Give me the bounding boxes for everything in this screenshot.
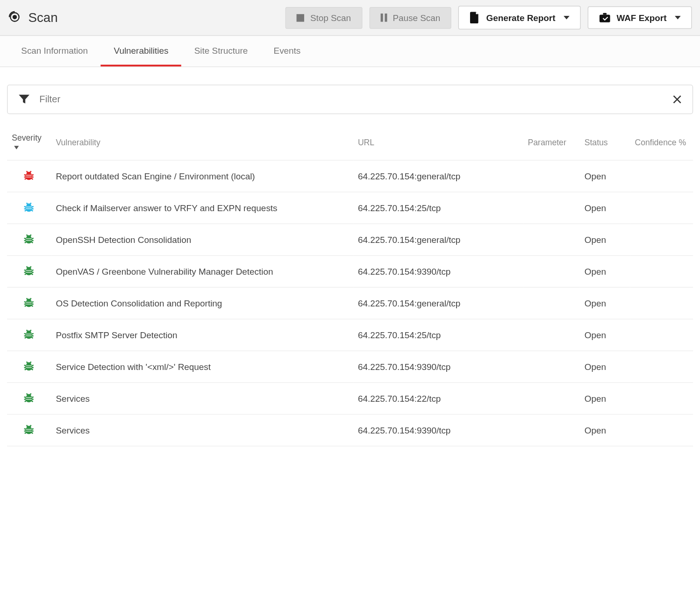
svg-line-44 (27, 266, 28, 268)
svg-line-29 (25, 242, 27, 243)
bug-icon (23, 265, 35, 276)
svg-line-66 (27, 330, 28, 331)
briefcase-icon (599, 12, 611, 23)
parameter-cell (523, 446, 579, 455)
bug-icon (23, 392, 35, 403)
svg-line-51 (25, 305, 27, 306)
status-cell: Open (580, 446, 630, 455)
confidence-cell (630, 224, 693, 256)
svg-line-11 (27, 171, 28, 172)
vulnerability-cell: Service Detection with '<xml/>' Request (51, 351, 353, 383)
svg-line-54 (31, 305, 33, 306)
svg-line-73 (25, 369, 27, 370)
url-cell: 64.225.70.154:25/tcp (353, 192, 523, 224)
col-parameter[interactable]: Parameter (523, 127, 579, 160)
col-severity-label: Severity (12, 133, 42, 142)
close-icon[interactable] (672, 95, 682, 104)
confidence-cell (630, 287, 693, 319)
parameter-cell (523, 414, 579, 446)
table-row[interactable]: OpenSSH Detection Consolidation64.225.70… (7, 224, 693, 256)
svg-line-84 (25, 400, 27, 402)
waf-export-button[interactable]: WAF Export (588, 7, 692, 29)
col-vulnerability[interactable]: Vulnerability (51, 127, 353, 160)
svg-line-65 (31, 337, 33, 338)
svg-line-12 (30, 171, 32, 172)
filter-icon (18, 93, 30, 105)
svg-rect-2 (600, 14, 610, 22)
vulnerability-cell: OpenVAS / Greenbone Vulnerability Manage… (51, 256, 353, 287)
generate-report-label: Generate Report (486, 13, 556, 22)
document-icon (470, 12, 480, 23)
col-severity[interactable]: Severity (7, 127, 51, 160)
severity-cell (7, 383, 51, 414)
waf-export-label: WAF Export (616, 13, 666, 22)
vulnerability-cell: Services (51, 446, 353, 455)
filter-bar (7, 85, 693, 114)
status-cell: Open (580, 256, 630, 287)
page-title: Scan (28, 10, 57, 25)
pause-scan-button[interactable]: Pause Scan (369, 7, 451, 28)
confidence-cell (630, 192, 693, 224)
confidence-cell (630, 414, 693, 446)
filter-input[interactable] (39, 94, 672, 105)
table-row[interactable]: Services64.225.70.154:25/tcpOpen (7, 446, 693, 455)
svg-line-89 (30, 393, 32, 395)
svg-line-87 (31, 400, 33, 402)
status-cell: Open (580, 192, 630, 224)
stop-scan-label: Stop Scan (310, 13, 351, 22)
app-title-wrap: Scan (8, 10, 58, 25)
header-actions: Stop Scan Pause Scan Generate Report WAF… (286, 6, 692, 29)
bug-icon (23, 202, 35, 213)
status-cell: Open (580, 160, 630, 192)
url-cell: 64.225.70.154:general/tcp (353, 224, 523, 256)
url-cell: 64.225.70.154:25/tcp (353, 446, 523, 455)
table-row[interactable]: OS Detection Consolidation and Reporting… (7, 287, 693, 319)
confidence-cell (630, 319, 693, 351)
table-row[interactable]: Service Detection with '<xml/>' Request6… (7, 351, 693, 383)
table-row[interactable]: Report outdated Scan Engine / Environmen… (7, 160, 693, 192)
bug-icon (23, 361, 35, 371)
col-confidence[interactable]: Confidence % (630, 127, 693, 160)
table-row[interactable]: Services64.225.70.154:22/tcpOpen (7, 383, 693, 414)
svg-line-18 (25, 210, 27, 211)
table-row[interactable]: Services64.225.70.154:9390/tcpOpen (7, 414, 693, 446)
svg-line-23 (30, 203, 32, 204)
stop-scan-button[interactable]: Stop Scan (286, 7, 362, 28)
col-status[interactable]: Status (580, 127, 630, 160)
col-url[interactable]: URL (353, 127, 523, 160)
sort-desc-icon (14, 146, 19, 150)
vulnerability-cell: Check if Mailserver answer to VRFY and E… (51, 192, 353, 224)
tab-vulnerabilities[interactable]: Vulnerabilities (101, 36, 181, 66)
severity-cell (7, 192, 51, 224)
severity-cell (7, 287, 51, 319)
svg-line-22 (27, 203, 28, 204)
confidence-cell (630, 383, 693, 414)
scan-icon (8, 10, 21, 25)
chevron-down-icon (564, 16, 570, 20)
svg-line-99 (27, 425, 28, 427)
url-cell: 64.225.70.154:22/tcp (353, 383, 523, 414)
svg-rect-3 (603, 13, 607, 15)
parameter-cell (523, 383, 579, 414)
url-cell: 64.225.70.154:9390/tcp (353, 351, 523, 383)
parameter-cell (523, 256, 579, 287)
severity-cell (7, 446, 51, 455)
parameter-cell (523, 351, 579, 383)
confidence-cell (630, 256, 693, 287)
tab-scan-information[interactable]: Scan Information (8, 36, 101, 66)
url-cell: 64.225.70.154:9390/tcp (353, 414, 523, 446)
stop-icon (297, 14, 304, 21)
bug-icon (23, 329, 35, 340)
tab-events[interactable]: Events (261, 36, 314, 66)
generate-report-button[interactable]: Generate Report (458, 6, 580, 29)
svg-line-7 (25, 178, 27, 179)
table-row[interactable]: OpenVAS / Greenbone Vulnerability Manage… (7, 256, 693, 287)
status-cell: Open (580, 383, 630, 414)
vulnerabilities-table: Severity Vulnerability URL Parameter Sta… (7, 127, 693, 455)
bug-icon (23, 424, 35, 435)
table-row[interactable]: Check if Mailserver answer to VRFY and E… (7, 192, 693, 224)
vulnerability-cell: Report outdated Scan Engine / Environmen… (51, 160, 353, 192)
tab-site-structure[interactable]: Site Structure (181, 36, 261, 66)
parameter-cell (523, 224, 579, 256)
table-row[interactable]: Postfix SMTP Server Detection64.225.70.1… (7, 319, 693, 351)
